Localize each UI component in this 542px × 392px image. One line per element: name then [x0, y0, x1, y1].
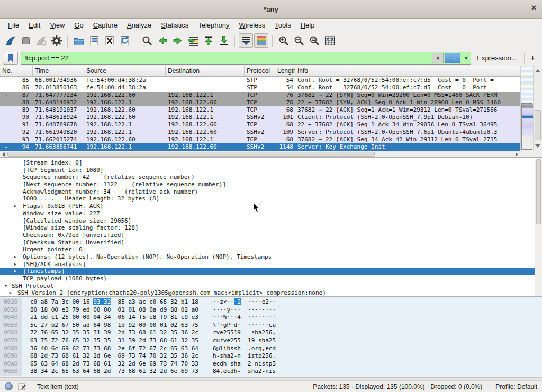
column-header-protocol[interactable]: Protocol	[245, 66, 275, 76]
intelligent-scrollbar-minimap[interactable]	[520, 66, 533, 151]
detail-line[interactable]: ▸SSH Version 2 (encryption:chacha20-poly…	[0, 289, 542, 296]
hex-row-0080[interactable]: 008036 40 6c 69 62 73 73 68 2e 6f 72 67 …	[0, 345, 542, 353]
menu-item-capture[interactable]: Capture	[88, 20, 122, 31]
detail-line[interactable]: Sequence number: 42 (relative sequence n…	[0, 174, 542, 181]
scroll-right-arrow-icon[interactable]	[516, 152, 518, 157]
detail-line[interactable]: [Next sequence number: 1122 (relative se…	[0, 181, 542, 188]
column-header-time[interactable]: Time	[33, 66, 84, 76]
detail-line[interactable]: [Checksum Status: Unverified]	[0, 239, 542, 247]
packet-row-87[interactable]: 8771.647777234192.168.122.60192.168.122.…	[0, 92, 520, 99]
menu-item-analyze[interactable]: Analyze	[122, 20, 156, 31]
close-file-icon[interactable]	[102, 33, 116, 48]
resize-columns-icon[interactable]	[322, 33, 337, 48]
packet-row-92[interactable]: 9271.661949820192.168.122.1192.168.122.6…	[0, 129, 520, 136]
go-back-icon[interactable]	[155, 33, 169, 48]
packet-row-86[interactable]: 8670.013850163fe:54:00:d4:38:2aSTP54Conf…	[0, 84, 520, 92]
detail-line[interactable]: ▾SSH Protocol	[0, 282, 542, 290]
detail-line[interactable]: ▸Options: (12 bytes), No-Operation (NOP)…	[0, 253, 542, 261]
minimap-visible-range[interactable]	[521, 103, 532, 150]
filter-history-caret-icon[interactable]: ▼	[462, 53, 470, 63]
filter-bookmark-button[interactable]	[3, 52, 18, 65]
expression-button[interactable]: Expression…	[474, 54, 521, 62]
zoom-out-icon[interactable]	[292, 33, 306, 48]
zoom-original-icon[interactable]	[307, 33, 321, 48]
go-to-top-icon[interactable]	[201, 33, 215, 48]
menu-item-statistics[interactable]: Statistics	[156, 20, 193, 31]
packet-row-88[interactable]: 8871.648146932192.168.122.1192.168.122.6…	[0, 99, 520, 106]
auto-scroll-icon[interactable]	[239, 33, 253, 48]
filter-apply-icon[interactable]: →	[445, 53, 460, 63]
stop-capture-icon[interactable]	[19, 33, 33, 48]
packet-row-91[interactable]: 9171.648789678192.168.122.1192.168.122.6…	[0, 121, 520, 129]
menu-item-telephony[interactable]: Telephony	[193, 20, 234, 31]
scroll-down-arrow-icon[interactable]	[535, 144, 540, 148]
details-vertical-scrollbar[interactable]	[535, 158, 542, 296]
pane-splitter-handle[interactable]: ·····	[261, 296, 281, 299]
packet-row-89[interactable]: 8971.648191037192.168.122.60192.168.122.…	[0, 106, 520, 114]
menu-item-help[interactable]: Help	[296, 20, 320, 31]
start-capture-icon[interactable]	[3, 33, 17, 48]
detail-line[interactable]: [TCP Segment Len: 1080]	[0, 167, 542, 174]
detail-line[interactable]: [Calculated window size: 29056]	[0, 217, 542, 225]
packet-row-93[interactable]: 9371.662015274192.168.122.60192.168.122.…	[0, 136, 520, 143]
go-to-bottom-icon[interactable]	[216, 33, 231, 48]
hex-row-0030[interactable]: 003080 18 00 e3 79 ed 00 00 01 01 08 0a …	[0, 306, 542, 314]
expand-arrow-icon[interactable]: ▸	[12, 268, 19, 275]
menu-item-wireless[interactable]: Wireless	[234, 20, 270, 31]
detail-line[interactable]: 1000 .... = Header Length: 32 bytes (8)	[0, 195, 542, 203]
reload-file-icon[interactable]	[118, 33, 132, 48]
detail-line[interactable]: ▸[Timestamps]	[0, 268, 542, 275]
column-header-source[interactable]: Source	[84, 66, 166, 76]
collapse-arrow-icon[interactable]: ▾	[3, 282, 9, 290]
detail-line[interactable]: Urgent pointer: 0	[0, 246, 542, 253]
column-header-destination[interactable]: Destination	[166, 66, 245, 76]
zoom-in-icon[interactable]	[276, 33, 291, 48]
hex-row-00a0[interactable]: 00a065 63 64 68 2d 73 68 61 32 2d 6e 69 …	[0, 360, 542, 368]
horizontal-scroll-thumb[interactable]	[7, 152, 375, 157]
detail-line[interactable]: [Stream index: 0]	[0, 159, 542, 167]
filter-clear-icon[interactable]: ×	[432, 53, 444, 63]
detail-line[interactable]: Checksum: 0x79ed [unverified]	[0, 232, 542, 239]
detail-line[interactable]: [Window size scaling factor: 128]	[0, 224, 542, 232]
expand-arrow-icon[interactable]: ▸	[12, 261, 19, 268]
column-header-length[interactable]: Length	[275, 66, 295, 76]
profile-text[interactable]: Profile: Default	[489, 381, 537, 392]
save-file-icon[interactable]	[87, 33, 101, 48]
scroll-up-arrow-icon[interactable]	[535, 69, 540, 72]
hex-row-0040[interactable]: 0040a1 dd c1 25 00 00 04 34 06 14 f5 e8 …	[0, 314, 542, 322]
hex-row-0060[interactable]: 006072 76 65 32 35 35 31 39 2d 73 68 61 …	[0, 329, 542, 337]
filter-input[interactable]	[23, 53, 432, 62]
go-forward-icon[interactable]	[170, 33, 185, 48]
packet-row-94[interactable]: 9471.663856741192.168.122.1192.168.122.6…	[0, 143, 520, 151]
go-to-packet-icon[interactable]	[186, 33, 200, 48]
capture-options-icon[interactable]	[49, 33, 64, 48]
hex-row-0070[interactable]: 007063 75 72 76 65 32 35 35 31 39 2d 73 …	[0, 337, 542, 345]
expert-info-icon[interactable]	[5, 382, 13, 390]
column-header-info[interactable]: Info	[295, 66, 520, 76]
details-scroll-thumb[interactable]	[536, 159, 541, 224]
close-window-icon[interactable]: ×	[531, 4, 536, 12]
hex-row-00b0[interactable]: 00b038 34 2c 65 63 64 68 2d 73 68 61 32 …	[0, 368, 542, 376]
packet-list-vertical-scrollbar[interactable]	[533, 66, 542, 151]
find-packet-icon[interactable]	[140, 33, 154, 48]
menu-item-file[interactable]: File	[3, 20, 24, 31]
expand-arrow-icon[interactable]: ▸	[7, 289, 14, 296]
display-filter-field[interactable]: × → ▼	[21, 52, 471, 65]
detail-line[interactable]: TCP payload (1080 bytes)	[0, 275, 542, 282]
detail-line[interactable]: Window size value: 227	[0, 210, 542, 217]
hex-row-0090[interactable]: 009068 2d 73 68 61 32 2d 6e 69 73 74 70 …	[0, 352, 542, 360]
detail-line[interactable]: ▸Flags: 0x018 (PSH, ACK)	[0, 203, 542, 210]
add-filter-button[interactable]: +	[527, 53, 539, 63]
scroll-left-arrow-icon[interactable]	[2, 152, 5, 157]
expand-arrow-icon[interactable]: ▸	[12, 203, 19, 210]
detail-line[interactable]: Acknowledgment number: 34 (relative ack …	[0, 188, 542, 196]
expand-arrow-icon[interactable]: ▸	[12, 253, 19, 261]
column-header-no[interactable]: No.	[0, 66, 33, 76]
menu-item-view[interactable]: View	[45, 20, 69, 31]
packet-list-horizontal-scrollbar[interactable]	[0, 151, 520, 157]
capture-comment-icon[interactable]	[18, 382, 26, 390]
open-file-icon[interactable]	[71, 33, 86, 48]
menu-item-tools[interactable]: Tools	[270, 20, 295, 31]
menu-item-go[interactable]: Go	[69, 20, 88, 31]
hex-row-0050[interactable]: 00505c 27 b2 67 50 ad 64 98 1d 92 00 00 …	[0, 322, 542, 330]
